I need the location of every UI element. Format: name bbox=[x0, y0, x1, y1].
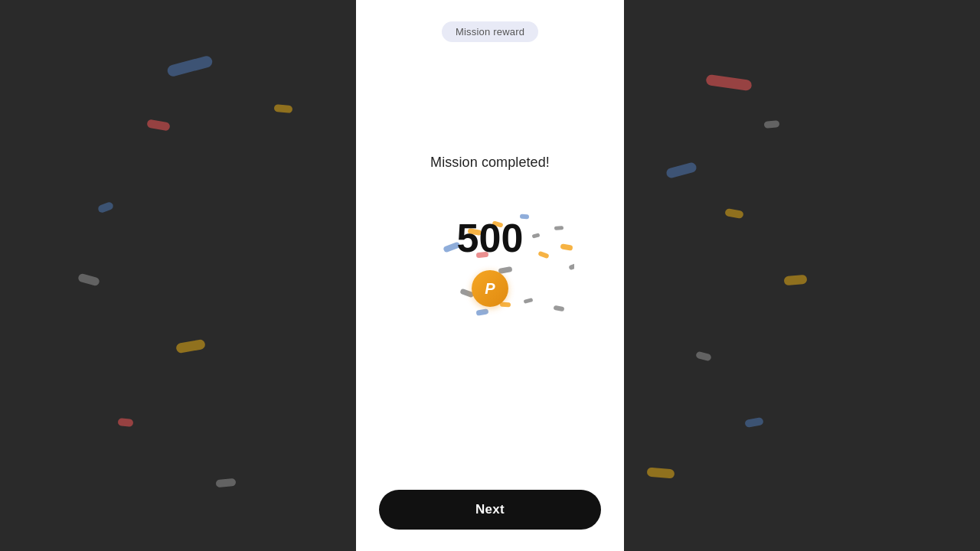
reward-area: 500 P bbox=[406, 194, 574, 331]
next-button[interactable]: Next bbox=[379, 490, 601, 530]
svg-rect-8 bbox=[554, 226, 564, 230]
reward-amount: 500 bbox=[457, 218, 524, 258]
svg-rect-7 bbox=[537, 251, 549, 259]
svg-rect-9 bbox=[560, 243, 573, 251]
coin-icon: P bbox=[472, 270, 508, 307]
svg-rect-16 bbox=[476, 308, 489, 316]
svg-rect-18 bbox=[524, 298, 534, 304]
mission-completed-title: Mission completed! bbox=[430, 155, 550, 171]
phone-card: Mission reward Mission completed! 500 P … bbox=[356, 0, 624, 551]
coin-symbol: P bbox=[485, 280, 495, 298]
mission-reward-badge: Mission reward bbox=[442, 21, 538, 42]
svg-rect-19 bbox=[554, 305, 565, 311]
svg-rect-10 bbox=[568, 262, 574, 270]
confetti-decoration bbox=[406, 194, 574, 331]
svg-rect-6 bbox=[532, 233, 541, 238]
main-content: Mission completed! 500 P bbox=[406, 42, 574, 490]
